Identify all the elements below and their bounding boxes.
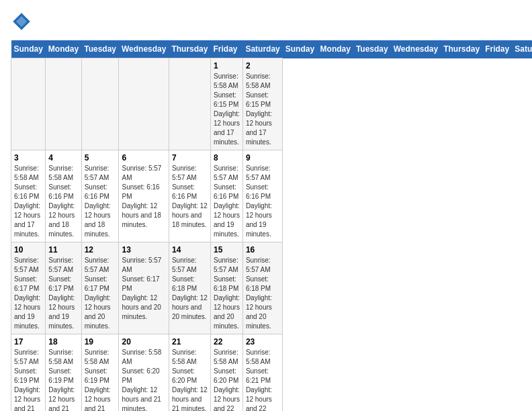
weekday-header: Monday bbox=[318, 40, 353, 58]
day-info: Sunrise: 5:58 AM Sunset: 6:16 PM Dayligh… bbox=[48, 165, 75, 238]
calendar-cell: 9Sunrise: 5:57 AM Sunset: 6:16 PM Daylig… bbox=[242, 150, 282, 242]
calendar-cell: 20Sunrise: 5:58 AM Sunset: 6:20 PM Dayli… bbox=[119, 334, 169, 412]
calendar-cell: 5Sunrise: 5:57 AM Sunset: 6:16 PM Daylig… bbox=[81, 150, 119, 242]
day-info: Sunrise: 5:57 AM Sunset: 6:18 PM Dayligh… bbox=[214, 257, 240, 330]
day-info: Sunrise: 5:57 AM Sunset: 6:16 PM Dayligh… bbox=[172, 165, 208, 228]
calendar-week-row: 1Sunrise: 5:58 AM Sunset: 6:15 PM Daylig… bbox=[11, 58, 533, 150]
day-of-week-header: Monday bbox=[46, 40, 81, 58]
day-number: 4 bbox=[48, 153, 78, 163]
day-info: Sunrise: 5:57 AM Sunset: 6:19 PM Dayligh… bbox=[14, 349, 40, 411]
day-of-week-header: Wednesday bbox=[119, 40, 169, 58]
calendar-header-row: SundayMondayTuesdayWednesdayThursdayFrid… bbox=[11, 40, 533, 58]
weekday-header: Saturday bbox=[512, 40, 532, 58]
day-number: 1 bbox=[214, 61, 240, 71]
weekday-header: Friday bbox=[482, 40, 512, 58]
calendar-cell: 10Sunrise: 5:57 AM Sunset: 6:17 PM Dayli… bbox=[11, 242, 46, 334]
day-number: 15 bbox=[214, 245, 240, 255]
logo-icon bbox=[11, 11, 32, 32]
calendar-cell: 12Sunrise: 5:57 AM Sunset: 6:17 PM Dayli… bbox=[81, 242, 119, 334]
day-number: 14 bbox=[172, 245, 208, 255]
weekday-header: Thursday bbox=[441, 40, 482, 58]
calendar-cell: 22Sunrise: 5:58 AM Sunset: 6:20 PM Dayli… bbox=[210, 334, 242, 412]
logo bbox=[11, 11, 35, 32]
day-of-week-header: Saturday bbox=[242, 40, 282, 58]
day-info: Sunrise: 5:57 AM Sunset: 6:16 PM Dayligh… bbox=[246, 165, 272, 238]
day-info: Sunrise: 5:58 AM Sunset: 6:20 PM Dayligh… bbox=[214, 349, 240, 411]
calendar-cell: 6Sunrise: 5:57 AM Sunset: 6:16 PM Daylig… bbox=[119, 150, 169, 242]
day-number: 2 bbox=[246, 61, 279, 71]
calendar-cell: 17Sunrise: 5:57 AM Sunset: 6:19 PM Dayli… bbox=[11, 334, 46, 412]
calendar-cell: 11Sunrise: 5:57 AM Sunset: 6:17 PM Dayli… bbox=[46, 242, 81, 334]
day-info: Sunrise: 5:58 AM Sunset: 6:19 PM Dayligh… bbox=[85, 349, 111, 411]
calendar-cell: 13Sunrise: 5:57 AM Sunset: 6:17 PM Dayli… bbox=[119, 242, 169, 334]
day-info: Sunrise: 5:58 AM Sunset: 6:20 PM Dayligh… bbox=[172, 349, 208, 411]
calendar-table: SundayMondayTuesdayWednesdayThursdayFrid… bbox=[11, 40, 532, 411]
calendar-cell bbox=[119, 58, 169, 150]
day-number: 17 bbox=[14, 337, 42, 347]
calendar-cell: 21Sunrise: 5:58 AM Sunset: 6:20 PM Dayli… bbox=[169, 334, 210, 412]
day-number: 7 bbox=[172, 153, 208, 163]
day-info: Sunrise: 5:57 AM Sunset: 6:16 PM Dayligh… bbox=[122, 165, 161, 228]
calendar-cell bbox=[169, 58, 210, 150]
day-info: Sunrise: 5:57 AM Sunset: 6:16 PM Dayligh… bbox=[85, 165, 111, 238]
calendar-cell bbox=[11, 58, 46, 150]
day-of-week-header: Friday bbox=[210, 40, 242, 58]
calendar-cell: 23Sunrise: 5:58 AM Sunset: 6:21 PM Dayli… bbox=[242, 334, 282, 412]
calendar-week-row: 17Sunrise: 5:57 AM Sunset: 6:19 PM Dayli… bbox=[11, 334, 533, 412]
day-info: Sunrise: 5:57 AM Sunset: 6:18 PM Dayligh… bbox=[172, 257, 208, 320]
calendar-cell: 19Sunrise: 5:58 AM Sunset: 6:19 PM Dayli… bbox=[81, 334, 119, 412]
day-info: Sunrise: 5:58 AM Sunset: 6:15 PM Dayligh… bbox=[214, 73, 240, 146]
calendar-cell: 4Sunrise: 5:58 AM Sunset: 6:16 PM Daylig… bbox=[46, 150, 81, 242]
day-info: Sunrise: 5:57 AM Sunset: 6:16 PM Dayligh… bbox=[214, 165, 240, 238]
day-info: Sunrise: 5:57 AM Sunset: 6:18 PM Dayligh… bbox=[246, 257, 272, 330]
day-info: Sunrise: 5:58 AM Sunset: 6:21 PM Dayligh… bbox=[246, 349, 272, 411]
day-of-week-header: Tuesday bbox=[81, 40, 119, 58]
day-number: 3 bbox=[14, 153, 42, 163]
day-number: 23 bbox=[246, 337, 279, 347]
calendar-cell: 7Sunrise: 5:57 AM Sunset: 6:16 PM Daylig… bbox=[169, 150, 210, 242]
calendar-cell bbox=[46, 58, 81, 150]
calendar-cell bbox=[81, 58, 119, 150]
day-info: Sunrise: 5:58 AM Sunset: 6:19 PM Dayligh… bbox=[48, 349, 75, 411]
calendar-cell: 8Sunrise: 5:57 AM Sunset: 6:16 PM Daylig… bbox=[210, 150, 242, 242]
day-number: 18 bbox=[48, 337, 78, 347]
weekday-header: Wednesday bbox=[391, 40, 441, 58]
calendar-week-row: 3Sunrise: 5:58 AM Sunset: 6:16 PM Daylig… bbox=[11, 150, 533, 242]
day-number: 10 bbox=[14, 245, 42, 255]
day-number: 8 bbox=[214, 153, 240, 163]
day-info: Sunrise: 5:57 AM Sunset: 6:17 PM Dayligh… bbox=[122, 257, 161, 320]
day-number: 20 bbox=[122, 337, 165, 347]
day-number: 12 bbox=[85, 245, 116, 255]
calendar-cell: 2Sunrise: 5:58 AM Sunset: 6:15 PM Daylig… bbox=[242, 58, 282, 150]
calendar-cell: 1Sunrise: 5:58 AM Sunset: 6:15 PM Daylig… bbox=[210, 58, 242, 150]
weekday-header: Sunday bbox=[283, 40, 318, 58]
day-of-week-header: Thursday bbox=[169, 40, 210, 58]
day-number: 13 bbox=[122, 245, 165, 255]
day-number: 21 bbox=[172, 337, 208, 347]
day-info: Sunrise: 5:58 AM Sunset: 6:15 PM Dayligh… bbox=[246, 73, 272, 146]
day-number: 11 bbox=[48, 245, 78, 255]
day-info: Sunrise: 5:58 AM Sunset: 6:20 PM Dayligh… bbox=[122, 349, 161, 411]
weekday-header: Tuesday bbox=[353, 40, 391, 58]
calendar-cell: 16Sunrise: 5:57 AM Sunset: 6:18 PM Dayli… bbox=[242, 242, 282, 334]
page-header bbox=[11, 11, 521, 32]
day-number: 19 bbox=[85, 337, 116, 347]
day-of-week-header: Sunday bbox=[11, 40, 46, 58]
calendar-cell: 15Sunrise: 5:57 AM Sunset: 6:18 PM Dayli… bbox=[210, 242, 242, 334]
calendar-week-row: 10Sunrise: 5:57 AM Sunset: 6:17 PM Dayli… bbox=[11, 242, 533, 334]
day-info: Sunrise: 5:57 AM Sunset: 6:17 PM Dayligh… bbox=[14, 257, 40, 330]
day-number: 16 bbox=[246, 245, 279, 255]
day-number: 9 bbox=[246, 153, 279, 163]
day-number: 6 bbox=[122, 153, 165, 163]
day-number: 22 bbox=[214, 337, 240, 347]
day-info: Sunrise: 5:57 AM Sunset: 6:17 PM Dayligh… bbox=[85, 257, 111, 330]
calendar-cell: 14Sunrise: 5:57 AM Sunset: 6:18 PM Dayli… bbox=[169, 242, 210, 334]
day-info: Sunrise: 5:57 AM Sunset: 6:17 PM Dayligh… bbox=[48, 257, 75, 330]
calendar-cell: 3Sunrise: 5:58 AM Sunset: 6:16 PM Daylig… bbox=[11, 150, 46, 242]
day-info: Sunrise: 5:58 AM Sunset: 6:16 PM Dayligh… bbox=[14, 165, 40, 238]
day-number: 5 bbox=[85, 153, 116, 163]
calendar-cell: 18Sunrise: 5:58 AM Sunset: 6:19 PM Dayli… bbox=[46, 334, 81, 412]
